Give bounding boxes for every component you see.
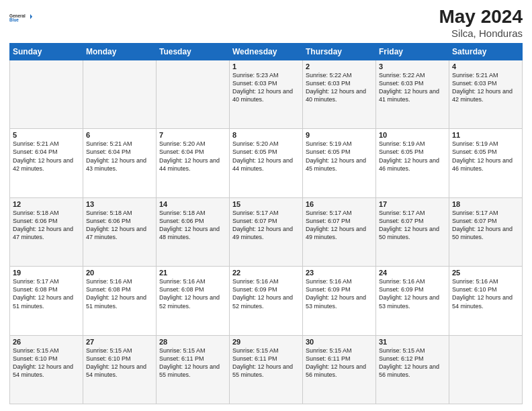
calendar-cell: 30Sunrise: 5:15 AMSunset: 6:11 PMDayligh… — [303, 335, 376, 404]
calendar-cell — [449, 335, 523, 404]
calendar-cell: 18Sunrise: 5:17 AMSunset: 6:07 PMDayligh… — [449, 197, 523, 266]
cell-info: Sunrise: 5:21 AMSunset: 6:04 PMDaylight:… — [13, 140, 73, 171]
cell-info: Sunrise: 5:16 AMSunset: 6:10 PMDaylight:… — [452, 278, 513, 309]
calendar-cell: 22Sunrise: 5:16 AMSunset: 6:09 PMDayligh… — [230, 267, 303, 335]
calendar-cell: 25Sunrise: 5:16 AMSunset: 6:10 PMDayligh… — [449, 267, 523, 335]
cell-info: Sunrise: 5:19 AMSunset: 6:05 PMDaylight:… — [452, 140, 513, 171]
calendar-cell: 5Sunrise: 5:21 AMSunset: 6:04 PMDaylight… — [10, 129, 83, 197]
day-number: 17 — [379, 200, 446, 208]
cell-info: Sunrise: 5:22 AMSunset: 6:03 PMDaylight:… — [306, 72, 366, 103]
logo: General Blue — [9, 7, 32, 30]
cell-info: Sunrise: 5:21 AMSunset: 6:04 PMDaylight:… — [86, 140, 146, 171]
cell-info: Sunrise: 5:15 AMSunset: 6:12 PMDaylight:… — [379, 347, 439, 378]
header: General Blue May 2024 Silca, Honduras — [9, 7, 523, 39]
cell-info: Sunrise: 5:19 AMSunset: 6:05 PMDaylight:… — [379, 140, 439, 171]
day-header-wednesday: Wednesday — [230, 43, 303, 60]
calendar-cell: 24Sunrise: 5:16 AMSunset: 6:09 PMDayligh… — [376, 267, 449, 335]
calendar-cell: 1Sunrise: 5:23 AMSunset: 6:03 PMDaylight… — [230, 60, 303, 128]
cell-info: Sunrise: 5:18 AMSunset: 6:06 PMDaylight:… — [13, 210, 73, 240]
calendar-cell: 2Sunrise: 5:22 AMSunset: 6:03 PMDaylight… — [303, 60, 376, 128]
day-number: 24 — [379, 269, 446, 277]
day-number: 19 — [13, 269, 80, 277]
cell-info: Sunrise: 5:23 AMSunset: 6:03 PMDaylight:… — [232, 72, 293, 103]
calendar-cell: 4Sunrise: 5:21 AMSunset: 6:03 PMDaylight… — [449, 60, 523, 128]
day-number: 31 — [379, 338, 446, 346]
calendar-cell: 11Sunrise: 5:19 AMSunset: 6:05 PMDayligh… — [449, 129, 523, 197]
calendar-cell: 8Sunrise: 5:20 AMSunset: 6:05 PMDaylight… — [230, 129, 303, 197]
calendar-cell: 7Sunrise: 5:20 AMSunset: 6:04 PMDaylight… — [157, 129, 230, 197]
day-header-tuesday: Tuesday — [157, 43, 230, 60]
day-header-sunday: Sunday — [10, 43, 83, 60]
svg-text:Blue: Blue — [9, 17, 19, 22]
calendar-cell — [10, 60, 83, 128]
day-number: 30 — [306, 338, 373, 346]
calendar-cell: 12Sunrise: 5:18 AMSunset: 6:06 PMDayligh… — [10, 197, 83, 266]
calendar-cell: 17Sunrise: 5:17 AMSunset: 6:07 PMDayligh… — [376, 197, 449, 266]
cell-info: Sunrise: 5:17 AMSunset: 6:07 PMDaylight:… — [452, 210, 513, 240]
day-number: 25 — [452, 269, 519, 277]
day-number: 10 — [379, 131, 446, 139]
cell-info: Sunrise: 5:17 AMSunset: 6:07 PMDaylight:… — [306, 210, 366, 240]
calendar-cell: 10Sunrise: 5:19 AMSunset: 6:05 PMDayligh… — [376, 129, 449, 197]
day-number: 26 — [13, 338, 80, 346]
cell-info: Sunrise: 5:18 AMSunset: 6:06 PMDaylight:… — [159, 210, 220, 240]
cell-info: Sunrise: 5:15 AMSunset: 6:10 PMDaylight:… — [13, 347, 73, 378]
cell-info: Sunrise: 5:21 AMSunset: 6:03 PMDaylight:… — [452, 72, 513, 103]
day-number: 4 — [452, 62, 519, 71]
calendar-cell: 29Sunrise: 5:15 AMSunset: 6:11 PMDayligh… — [230, 335, 303, 404]
calendar-cell: 26Sunrise: 5:15 AMSunset: 6:10 PMDayligh… — [10, 335, 83, 404]
calendar-cell: 15Sunrise: 5:17 AMSunset: 6:07 PMDayligh… — [230, 197, 303, 266]
cell-info: Sunrise: 5:16 AMSunset: 6:09 PMDaylight:… — [306, 278, 366, 309]
calendar-cell: 27Sunrise: 5:15 AMSunset: 6:10 PMDayligh… — [83, 335, 157, 404]
calendar-cell: 20Sunrise: 5:16 AMSunset: 6:08 PMDayligh… — [83, 267, 157, 335]
day-number: 23 — [306, 269, 373, 277]
day-number: 2 — [306, 62, 373, 71]
calendar-cell: 3Sunrise: 5:22 AMSunset: 6:03 PMDaylight… — [376, 60, 449, 128]
cell-info: Sunrise: 5:22 AMSunset: 6:03 PMDaylight:… — [379, 72, 439, 103]
day-header-monday: Monday — [83, 43, 157, 60]
calendar-cell — [157, 60, 230, 128]
calendar-cell: 28Sunrise: 5:15 AMSunset: 6:11 PMDayligh… — [157, 335, 230, 404]
day-number: 22 — [232, 269, 300, 277]
cell-info: Sunrise: 5:17 AMSunset: 6:07 PMDaylight:… — [232, 210, 293, 240]
title-block: May 2024 Silca, Honduras — [439, 7, 523, 39]
day-number: 3 — [379, 62, 446, 71]
calendar-table: SundayMondayTuesdayWednesdayThursdayFrid… — [9, 43, 523, 404]
week-row-4: 19Sunrise: 5:17 AMSunset: 6:08 PMDayligh… — [10, 267, 523, 335]
day-number: 6 — [86, 131, 153, 139]
day-number: 15 — [232, 200, 300, 208]
page: General Blue May 2024 Silca, Honduras Su… — [0, 0, 532, 411]
calendar-cell: 9Sunrise: 5:19 AMSunset: 6:05 PMDaylight… — [303, 129, 376, 197]
day-number: 27 — [86, 338, 153, 346]
calendar-cell: 19Sunrise: 5:17 AMSunset: 6:08 PMDayligh… — [10, 267, 83, 335]
calendar-cell — [83, 60, 157, 128]
calendar-cell: 14Sunrise: 5:18 AMSunset: 6:06 PMDayligh… — [157, 197, 230, 266]
cell-info: Sunrise: 5:15 AMSunset: 6:11 PMDaylight:… — [232, 347, 293, 378]
cell-info: Sunrise: 5:16 AMSunset: 6:09 PMDaylight:… — [232, 278, 293, 309]
cell-info: Sunrise: 5:15 AMSunset: 6:11 PMDaylight:… — [159, 347, 220, 378]
cell-info: Sunrise: 5:19 AMSunset: 6:05 PMDaylight:… — [306, 140, 366, 171]
day-header-friday: Friday — [376, 43, 449, 60]
day-number: 9 — [306, 131, 373, 139]
cell-info: Sunrise: 5:18 AMSunset: 6:06 PMDaylight:… — [86, 210, 146, 240]
week-row-2: 5Sunrise: 5:21 AMSunset: 6:04 PMDaylight… — [10, 129, 523, 197]
month-year: May 2024 — [439, 7, 523, 28]
day-number: 14 — [159, 200, 226, 208]
calendar-cell: 6Sunrise: 5:21 AMSunset: 6:04 PMDaylight… — [83, 129, 157, 197]
svg-marker-2 — [30, 14, 32, 19]
week-row-1: 1Sunrise: 5:23 AMSunset: 6:03 PMDaylight… — [10, 60, 523, 128]
day-number: 8 — [232, 131, 300, 139]
week-row-3: 12Sunrise: 5:18 AMSunset: 6:06 PMDayligh… — [10, 197, 523, 266]
calendar-cell: 13Sunrise: 5:18 AMSunset: 6:06 PMDayligh… — [83, 197, 157, 266]
cell-info: Sunrise: 5:15 AMSunset: 6:10 PMDaylight:… — [86, 347, 146, 378]
day-number: 5 — [13, 131, 80, 139]
calendar-cell: 21Sunrise: 5:16 AMSunset: 6:08 PMDayligh… — [157, 267, 230, 335]
cell-info: Sunrise: 5:15 AMSunset: 6:11 PMDaylight:… — [306, 347, 366, 378]
logo-svg: General Blue — [9, 7, 32, 30]
day-number: 13 — [86, 200, 153, 208]
day-header-saturday: Saturday — [449, 43, 523, 60]
day-header-thursday: Thursday — [303, 43, 376, 60]
day-number: 16 — [306, 200, 373, 208]
days-header-row: SundayMondayTuesdayWednesdayThursdayFrid… — [10, 43, 523, 60]
cell-info: Sunrise: 5:16 AMSunset: 6:09 PMDaylight:… — [379, 278, 439, 309]
